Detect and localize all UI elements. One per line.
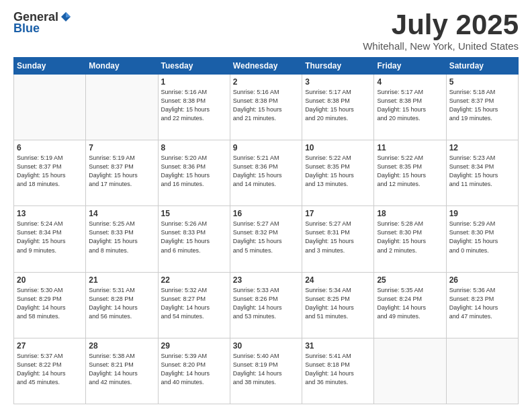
subtitle: Whitehall, New York, United States [363, 40, 519, 52]
day-info: Sunrise: 5:30 AM Sunset: 8:29 PM Dayligh… [17, 286, 83, 321]
day-number: 9 [233, 143, 299, 152]
table-row: 1Sunrise: 5:16 AM Sunset: 8:38 PM Daylig… [158, 75, 230, 140]
col-saturday: Saturday [446, 58, 518, 75]
table-row: 19Sunrise: 5:29 AM Sunset: 8:30 PM Dayli… [446, 206, 518, 272]
table-row: 31Sunrise: 5:41 AM Sunset: 8:18 PM Dayli… [302, 338, 374, 404]
day-number: 29 [161, 341, 227, 351]
day-info: Sunrise: 5:31 AM Sunset: 8:28 PM Dayligh… [89, 286, 154, 321]
day-number: 6 [17, 143, 83, 152]
day-info: Sunrise: 5:16 AM Sunset: 8:38 PM Dayligh… [161, 88, 227, 123]
day-info: Sunrise: 5:16 AM Sunset: 8:38 PM Dayligh… [233, 88, 299, 123]
day-number: 3 [305, 77, 371, 87]
table-row: 2Sunrise: 5:16 AM Sunset: 8:38 PM Daylig… [230, 75, 302, 140]
table-row [86, 75, 158, 140]
day-info: Sunrise: 5:20 AM Sunset: 8:36 PM Dayligh… [161, 154, 227, 189]
table-row: 7Sunrise: 5:19 AM Sunset: 8:37 PM Daylig… [86, 140, 158, 206]
header: General Blue July 2025 Whitehall, New Yo… [13, 11, 519, 52]
day-info: Sunrise: 5:41 AM Sunset: 8:18 PM Dayligh… [305, 352, 371, 387]
col-monday: Monday [86, 58, 158, 75]
day-info: Sunrise: 5:23 AM Sunset: 8:34 PM Dayligh… [449, 154, 515, 189]
table-row: 27Sunrise: 5:37 AM Sunset: 8:22 PM Dayli… [14, 338, 86, 404]
day-number: 18 [377, 209, 443, 218]
col-wednesday: Wednesday [230, 58, 302, 75]
table-row: 8Sunrise: 5:20 AM Sunset: 8:36 PM Daylig… [158, 140, 230, 206]
table-row: 30Sunrise: 5:40 AM Sunset: 8:19 PM Dayli… [230, 338, 302, 404]
day-info: Sunrise: 5:27 AM Sunset: 8:32 PM Dayligh… [233, 220, 299, 255]
day-info: Sunrise: 5:21 AM Sunset: 8:36 PM Dayligh… [233, 154, 299, 189]
table-row: 13Sunrise: 5:24 AM Sunset: 8:34 PM Dayli… [14, 206, 86, 272]
calendar-week-row: 6Sunrise: 5:19 AM Sunset: 8:37 PM Daylig… [14, 140, 519, 206]
day-info: Sunrise: 5:17 AM Sunset: 8:38 PM Dayligh… [377, 88, 443, 123]
table-row: 23Sunrise: 5:33 AM Sunset: 8:26 PM Dayli… [230, 272, 302, 338]
day-number: 12 [449, 143, 515, 152]
table-row: 22Sunrise: 5:32 AM Sunset: 8:27 PM Dayli… [158, 272, 230, 338]
day-number: 17 [305, 209, 371, 218]
calendar-week-row: 20Sunrise: 5:30 AM Sunset: 8:29 PM Dayli… [14, 272, 519, 338]
day-number: 19 [449, 209, 515, 218]
calendar-header-row: Sunday Monday Tuesday Wednesday Thursday… [14, 58, 519, 75]
table-row: 29Sunrise: 5:39 AM Sunset: 8:20 PM Dayli… [158, 338, 230, 404]
day-number: 25 [377, 275, 443, 285]
day-info: Sunrise: 5:28 AM Sunset: 8:30 PM Dayligh… [377, 220, 443, 255]
title-block: July 2025 Whitehall, New York, United St… [363, 11, 519, 52]
table-row: 25Sunrise: 5:35 AM Sunset: 8:24 PM Dayli… [374, 272, 446, 338]
day-number: 13 [17, 209, 83, 218]
calendar-week-row: 27Sunrise: 5:37 AM Sunset: 8:22 PM Dayli… [14, 338, 519, 404]
table-row: 10Sunrise: 5:22 AM Sunset: 8:35 PM Dayli… [302, 140, 374, 206]
table-row: 28Sunrise: 5:38 AM Sunset: 8:21 PM Dayli… [86, 338, 158, 404]
day-info: Sunrise: 5:37 AM Sunset: 8:22 PM Dayligh… [17, 352, 83, 387]
table-row: 17Sunrise: 5:27 AM Sunset: 8:31 PM Dayli… [302, 206, 374, 272]
day-number: 5 [449, 77, 515, 87]
day-info: Sunrise: 5:17 AM Sunset: 8:38 PM Dayligh… [305, 88, 371, 123]
day-info: Sunrise: 5:22 AM Sunset: 8:35 PM Dayligh… [377, 154, 443, 189]
table-row: 14Sunrise: 5:25 AM Sunset: 8:33 PM Dayli… [86, 206, 158, 272]
day-info: Sunrise: 5:18 AM Sunset: 8:37 PM Dayligh… [449, 88, 515, 123]
calendar-table: Sunday Monday Tuesday Wednesday Thursday… [13, 57, 519, 404]
day-info: Sunrise: 5:22 AM Sunset: 8:35 PM Dayligh… [305, 154, 371, 189]
day-number: 23 [233, 275, 299, 285]
table-row: 16Sunrise: 5:27 AM Sunset: 8:32 PM Dayli… [230, 206, 302, 272]
logo: General Blue [13, 11, 72, 36]
day-number: 28 [89, 341, 154, 351]
day-number: 22 [161, 275, 227, 285]
page: General Blue July 2025 Whitehall, New Yo… [0, 0, 532, 411]
day-info: Sunrise: 5:35 AM Sunset: 8:24 PM Dayligh… [377, 286, 443, 321]
calendar-week-row: 1Sunrise: 5:16 AM Sunset: 8:38 PM Daylig… [14, 75, 519, 140]
day-info: Sunrise: 5:25 AM Sunset: 8:33 PM Dayligh… [89, 220, 154, 255]
day-number: 20 [17, 275, 83, 285]
day-number: 8 [161, 143, 227, 152]
table-row [14, 75, 86, 140]
day-info: Sunrise: 5:33 AM Sunset: 8:26 PM Dayligh… [233, 286, 299, 321]
table-row: 20Sunrise: 5:30 AM Sunset: 8:29 PM Dayli… [14, 272, 86, 338]
day-info: Sunrise: 5:36 AM Sunset: 8:23 PM Dayligh… [449, 286, 515, 321]
day-number: 11 [377, 143, 443, 152]
day-number: 14 [89, 209, 154, 218]
day-info: Sunrise: 5:29 AM Sunset: 8:30 PM Dayligh… [449, 220, 515, 255]
table-row: 24Sunrise: 5:34 AM Sunset: 8:25 PM Dayli… [302, 272, 374, 338]
day-number: 26 [449, 275, 515, 285]
day-info: Sunrise: 5:19 AM Sunset: 8:37 PM Dayligh… [89, 154, 154, 189]
col-thursday: Thursday [302, 58, 374, 75]
table-row: 5Sunrise: 5:18 AM Sunset: 8:37 PM Daylig… [446, 75, 518, 140]
table-row: 26Sunrise: 5:36 AM Sunset: 8:23 PM Dayli… [446, 272, 518, 338]
table-row: 11Sunrise: 5:22 AM Sunset: 8:35 PM Dayli… [374, 140, 446, 206]
table-row [374, 338, 446, 404]
table-row: 6Sunrise: 5:19 AM Sunset: 8:37 PM Daylig… [14, 140, 86, 206]
day-number: 24 [305, 275, 371, 285]
day-number: 2 [233, 77, 299, 87]
main-title: July 2025 [363, 11, 519, 39]
table-row: 3Sunrise: 5:17 AM Sunset: 8:38 PM Daylig… [302, 75, 374, 140]
col-tuesday: Tuesday [158, 58, 230, 75]
table-row: 4Sunrise: 5:17 AM Sunset: 8:38 PM Daylig… [374, 75, 446, 140]
col-sunday: Sunday [14, 58, 86, 75]
table-row: 15Sunrise: 5:26 AM Sunset: 8:33 PM Dayli… [158, 206, 230, 272]
day-info: Sunrise: 5:27 AM Sunset: 8:31 PM Dayligh… [305, 220, 371, 255]
table-row: 9Sunrise: 5:21 AM Sunset: 8:36 PM Daylig… [230, 140, 302, 206]
day-number: 10 [305, 143, 371, 152]
day-info: Sunrise: 5:24 AM Sunset: 8:34 PM Dayligh… [17, 220, 83, 255]
table-row [446, 338, 518, 404]
day-info: Sunrise: 5:32 AM Sunset: 8:27 PM Dayligh… [161, 286, 227, 321]
col-friday: Friday [374, 58, 446, 75]
day-info: Sunrise: 5:34 AM Sunset: 8:25 PM Dayligh… [305, 286, 371, 321]
day-info: Sunrise: 5:40 AM Sunset: 8:19 PM Dayligh… [233, 352, 299, 387]
